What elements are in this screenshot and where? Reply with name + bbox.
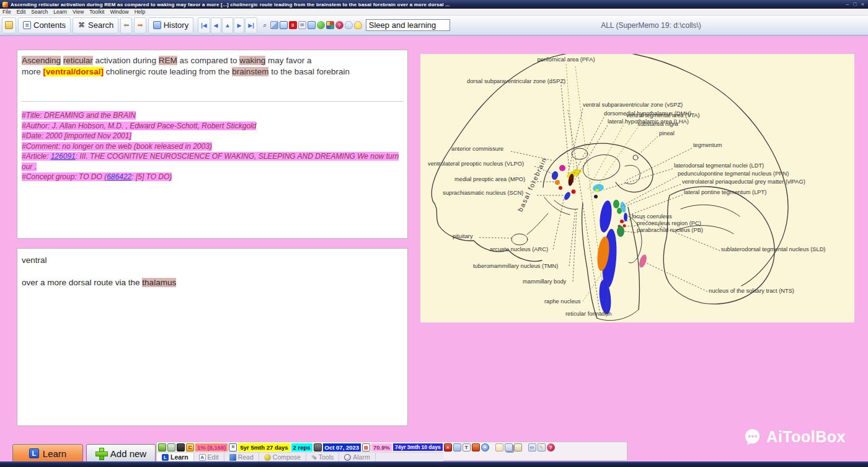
element-type-icon[interactable] xyxy=(158,443,166,451)
clipboard-icon[interactable] xyxy=(514,443,522,451)
contents-button[interactable]: ≣ Contents xyxy=(18,17,71,33)
forward-button[interactable]: ➡ xyxy=(134,17,146,33)
menu-learn[interactable]: Learn xyxy=(53,9,67,15)
screen-layout-icon[interactable] xyxy=(177,443,185,451)
edit-tab-icon: A xyxy=(199,454,206,461)
leader-line xyxy=(566,64,574,171)
supermemo-window: Ascending reticular activation during RE… xyxy=(0,0,868,467)
red-badge-icon[interactable]: 8 xyxy=(289,21,297,29)
parent-element-button[interactable]: ▲ xyxy=(222,17,234,33)
template-icon[interactable]: ⊏ xyxy=(186,443,194,451)
note-icon[interactable] xyxy=(495,443,503,451)
menu-view[interactable]: View xyxy=(73,9,84,15)
burn-icon[interactable] xyxy=(472,443,480,451)
nucleus-blob xyxy=(598,200,613,233)
help-red-icon[interactable]: ? xyxy=(335,21,343,29)
nucleus-blob xyxy=(624,213,627,221)
interval-badge[interactable]: 5yr 5mth 27 days xyxy=(238,443,290,451)
reference-link[interactable]: 126091 xyxy=(51,152,76,161)
element-params-icon[interactable]: ⌗ xyxy=(229,443,237,451)
age-badge[interactable]: 74yr 3mth 10 days xyxy=(393,443,443,451)
prev-element-button[interactable]: ◀ xyxy=(211,17,221,33)
answer-panel[interactable]: ventralover a more dorsal route via the … xyxy=(17,248,408,426)
reference-line: #Author: J. Allan Hobson, M.D. , Edward … xyxy=(22,121,403,131)
menu-search[interactable]: Search xyxy=(31,9,48,15)
dictionary-icon[interactable] xyxy=(280,21,288,29)
tab-edit[interactable]: A Edit xyxy=(194,453,224,462)
leader-line xyxy=(573,211,577,282)
tab-read[interactable]: Read xyxy=(224,453,259,462)
bulb-icon[interactable] xyxy=(354,21,362,29)
mosaic-icon[interactable] xyxy=(326,21,334,29)
menu-help[interactable]: Help xyxy=(135,9,145,15)
diagram-label: nucleus of the solitary tract (NTS) xyxy=(709,288,794,294)
reference-line-text: #Title: DREAMING and the BRAIN xyxy=(22,111,136,120)
repetitions-badge[interactable]: 2 reps xyxy=(291,443,312,451)
gallery-icon[interactable] xyxy=(270,21,278,29)
dismiss-icon[interactable] xyxy=(453,443,461,451)
tab-compose[interactable]: Compose xyxy=(259,453,306,462)
nucleus-blob xyxy=(563,191,572,201)
reference-line: #Title: DREAMING and the BRAIN xyxy=(22,110,403,121)
nucleus-blob xyxy=(638,254,648,269)
swan-icon[interactable] xyxy=(345,21,353,29)
go-icon[interactable] xyxy=(317,21,325,29)
menu-file[interactable]: File xyxy=(2,9,11,15)
menu-toolkit[interactable]: Toolkit xyxy=(89,9,104,15)
tab-edit-label: Edit xyxy=(208,453,219,461)
delete-icon[interactable]: × xyxy=(444,443,452,451)
edit-document-icon[interactable]: ✎ xyxy=(538,443,546,451)
nucleus-blob xyxy=(551,171,559,180)
text-format-icon[interactable]: T xyxy=(463,443,471,451)
import-icon[interactable]: ⇦ xyxy=(528,443,536,451)
diagram-label: parabrachial nucleus (PB) xyxy=(637,227,703,233)
highlight-cloze: waking xyxy=(239,56,265,65)
paste-icon[interactable] xyxy=(167,443,175,451)
reference-text: #Date: 2000 [imported Nov 2001] xyxy=(22,131,131,140)
status-bar: ⊏ 1% (8,168) ⌗ 5yr 5mth 27 days 2 reps O… xyxy=(156,442,627,461)
priority-badge[interactable]: 1% (8,168) xyxy=(195,443,228,451)
magnifier-icon[interactable]: ⌕ xyxy=(261,21,269,29)
first-element-button[interactable]: |◀ xyxy=(198,17,210,33)
minimize-button[interactable]: – xyxy=(846,2,849,7)
search-button[interactable]: ⌘ Search xyxy=(73,17,118,33)
collection-status[interactable]: ALL (SuperMemo 19: d:\colls\) xyxy=(434,16,868,35)
collection-icon-button[interactable] xyxy=(2,17,16,33)
help-icon[interactable]: ? xyxy=(547,443,555,451)
diagram-label: precoeruleus region (PC) xyxy=(637,220,701,226)
back-button[interactable]: ⬅ xyxy=(120,17,132,33)
leader-line xyxy=(561,85,569,169)
menu-bar: File Edit Search Learn View Toolkit Wind… xyxy=(0,9,868,16)
copy-icon[interactable] xyxy=(505,443,513,451)
add-new-button[interactable]: Add new xyxy=(86,444,156,463)
calendar-icon[interactable]: ▦ xyxy=(362,443,370,451)
tab-learn[interactable]: L Learn xyxy=(157,453,194,462)
reference-link[interactable]: 686422 xyxy=(107,172,131,181)
leader-line xyxy=(624,231,636,233)
element-nav-group: |◀ ◀ ▲ ▶ ▶| xyxy=(197,17,257,33)
menu-edit[interactable]: Edit xyxy=(17,9,26,15)
retention-badge[interactable]: 70.9% xyxy=(371,443,392,451)
repetition-history-icon[interactable] xyxy=(314,443,322,451)
reference-line: #Date: 2000 [imported Nov 2001] xyxy=(22,131,403,141)
menu-window[interactable]: Window xyxy=(110,9,128,15)
nucleus-blob xyxy=(623,225,626,228)
reference-line-text: #Comment: no longer on the web (book rel… xyxy=(22,142,212,151)
envelope-icon[interactable]: ✉ xyxy=(298,21,306,29)
web-icon[interactable]: + xyxy=(481,443,489,451)
aitoolbox-watermark: AiToolBox xyxy=(744,428,846,446)
last-element-button[interactable]: ▶| xyxy=(245,17,257,33)
workspace-icon[interactable] xyxy=(308,21,316,29)
learn-button-label: Learn xyxy=(43,448,66,459)
learn-button[interactable]: L Learn xyxy=(12,444,83,463)
nucleus-blob xyxy=(555,180,560,185)
diagram-label: perifornical area (PFA) xyxy=(537,56,595,63)
history-button[interactable]: History xyxy=(148,17,193,33)
maximize-button[interactable]: □ xyxy=(853,2,856,7)
close-button[interactable]: × xyxy=(861,2,864,7)
next-repetition-date-badge[interactable]: Oct 07, 2023 xyxy=(323,443,361,451)
question-panel[interactable]: Ascending reticular activation during RE… xyxy=(17,50,408,239)
next-element-button[interactable]: ▶ xyxy=(234,17,244,33)
tab-tools[interactable]: Tools xyxy=(306,453,340,462)
tab-alarm[interactable]: Alarm xyxy=(339,453,375,462)
